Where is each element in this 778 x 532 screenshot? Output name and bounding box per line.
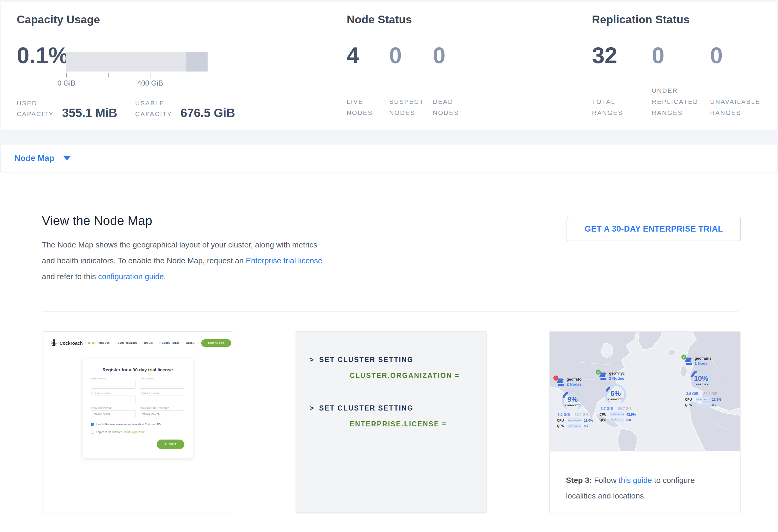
total-ranges-count: 32 bbox=[592, 44, 617, 67]
download-button[interactable]: DOWNLOAD bbox=[201, 339, 231, 347]
ams-healthy-badge bbox=[681, 355, 687, 360]
project-phase-label: PROJECT PHASE bbox=[91, 407, 136, 409]
used-capacity-value: 355.1 MiB bbox=[62, 106, 117, 120]
view-selector-bar: Node Map bbox=[1, 145, 777, 172]
replication-status-section: Replication Status 32 0 0 TOTALRANGES UN… bbox=[592, 1, 771, 130]
enterprise-trial-license-link[interactable]: Enterprise trial license bbox=[246, 256, 322, 265]
cockroach-labs-logo: Cockroach LABS bbox=[51, 339, 95, 347]
email-updates-checkbox[interactable] bbox=[91, 423, 94, 426]
unavailable-ranges-label: UNAVAILABLERANGES bbox=[710, 96, 760, 118]
dead-nodes-label: DEADNODES bbox=[433, 96, 459, 118]
company-email-field[interactable] bbox=[140, 395, 184, 403]
trial-license-form: Register for a 30-day trial license FIRS… bbox=[83, 359, 192, 458]
configuration-guide-link[interactable]: configuration guide bbox=[98, 272, 164, 281]
company-name-field[interactable] bbox=[91, 395, 136, 403]
step1-card: Cockroach LABS PRODUCT CUSTOMERS DOCS RE… bbox=[42, 331, 233, 514]
node-map-placeholder-page: View the Node Map The Node Map shows the… bbox=[0, 172, 778, 532]
suspect-nodes-label: SUSPECTNODES bbox=[389, 96, 424, 118]
steps-cards: Cockroach LABS PRODUCT CUSTOMERS DOCS RE… bbox=[42, 331, 778, 514]
ams-node-count[interactable]: 1 Node bbox=[695, 361, 712, 366]
step3-caption: Step 3: Follow this guide to configure l… bbox=[550, 452, 740, 513]
node-status-section: Node Status 4 0 0 LIVENODES SUSPECTNODES… bbox=[347, 1, 574, 130]
mini-site-header: Cockroach LABS PRODUCT CUSTOMERS DOCS RE… bbox=[43, 332, 233, 347]
first-name-label: FIRST NAME bbox=[91, 378, 136, 380]
sql-command-1-arg: CLUSTER.ORGANIZATION = bbox=[310, 372, 486, 380]
email-updates-label: I would like to receive email updates ab… bbox=[96, 423, 161, 426]
dead-nodes-count: 0 bbox=[433, 44, 445, 67]
nav-product[interactable]: PRODUCT bbox=[95, 341, 111, 345]
database-nodes-icon bbox=[600, 373, 607, 380]
project-phase-select[interactable]: Please Select bbox=[91, 410, 136, 418]
database-nodes-icon bbox=[557, 379, 564, 386]
nyc-capacity-donut: 6% CAPACITY bbox=[604, 383, 627, 406]
node-map-dropdown-label: Node Map bbox=[14, 153, 55, 163]
live-nodes-count: 4 bbox=[347, 44, 359, 67]
company-name-label: COMPANY NAME bbox=[91, 392, 136, 394]
cpu-sparkline bbox=[568, 418, 581, 422]
total-ranges-label: TOTALRANGES bbox=[592, 96, 623, 118]
nav-resources[interactable]: RESOURCES bbox=[159, 341, 179, 345]
capacity-tick-label-400: 400 GiB bbox=[137, 79, 163, 87]
page-description: The Node Map shows the geographical layo… bbox=[42, 237, 326, 285]
nav-docs[interactable]: DOCS bbox=[144, 341, 153, 345]
locality-ams[interactable]: geo=ams 1 Node 10% CAPACITY bbox=[685, 356, 730, 407]
check-icon bbox=[91, 424, 94, 427]
sfo-name: geo=sfo bbox=[566, 377, 582, 382]
step2-card: >SET CLUSTER SETTING CLUSTER.ORGANIZATIO… bbox=[296, 331, 487, 514]
capacity-bar bbox=[66, 52, 208, 72]
check-icon bbox=[597, 371, 600, 373]
sql-command-1: >SET CLUSTER SETTING bbox=[310, 356, 486, 364]
ams-capacity-donut: 10% CAPACITY bbox=[690, 368, 712, 391]
nyc-name: geo=nyc bbox=[609, 371, 625, 376]
capacity-meter: 0 GiB 400 GiB bbox=[66, 52, 208, 88]
nav-customers[interactable]: CUSTOMERS bbox=[118, 341, 137, 345]
reason-for-interest-select[interactable]: Please Select bbox=[140, 410, 184, 418]
sfo-error-badge: 1 bbox=[553, 376, 558, 381]
qps-sparkline bbox=[568, 424, 581, 428]
node-status-title: Node Status bbox=[347, 13, 412, 26]
used-capacity-metric: USED CAPACITY 355.1 MiB bbox=[17, 98, 117, 120]
nav-blog[interactable]: BLOG bbox=[186, 341, 195, 345]
live-nodes-label: LIVENODES bbox=[347, 96, 373, 118]
ams-name: geo=ams bbox=[695, 356, 712, 361]
qps-sparkline bbox=[696, 403, 709, 407]
under-replicated-ranges-count: 0 bbox=[652, 44, 664, 67]
enterprise-trial-button[interactable]: GET A 30-DAY ENTERPRISE TRIAL bbox=[566, 217, 741, 241]
form-title: Register for a 30-day trial license bbox=[91, 367, 184, 372]
mini-site-nav: PRODUCT CUSTOMERS DOCS RESOURCES BLOG DO… bbox=[95, 339, 231, 347]
unavailable-ranges-count: 0 bbox=[710, 44, 723, 67]
locality-nyc[interactable]: geo=nyc 2 Nodes 6% CAPACITY bbox=[600, 371, 644, 422]
capacity-percent: 0.1% bbox=[17, 44, 69, 67]
nyc-node-count[interactable]: 2 Nodes bbox=[609, 376, 625, 381]
this-guide-link[interactable]: this guide bbox=[619, 476, 652, 485]
sfo-capacity-donut: 9% CAPACITY bbox=[561, 389, 584, 412]
node-map-dropdown[interactable]: Node Map bbox=[14, 153, 71, 163]
step2-caption: Step 2: Activate the trial license with … bbox=[296, 513, 486, 514]
under-replicated-ranges-label: UNDER- REPLICATED RANGES bbox=[652, 85, 698, 118]
qps-sparkline bbox=[610, 418, 624, 422]
capacity-usage-title: Capacity Usage bbox=[17, 13, 100, 26]
step3-card: 1 geo=sfo 2 Nodes bbox=[549, 331, 741, 514]
reason-for-interest-label: REASON FOR INTEREST bbox=[140, 407, 184, 409]
suspect-nodes-count: 0 bbox=[389, 44, 402, 67]
license-agreement-label: I agree to the Software License Agreemen… bbox=[96, 431, 145, 434]
usable-capacity-metric: USABLE CAPACITY 676.5 GiB bbox=[135, 98, 235, 120]
sql-command-2: >SET CLUSTER SETTING bbox=[310, 404, 486, 412]
sql-command-2-arg: ENTERPRISE.LICENSE = bbox=[310, 420, 486, 428]
check-icon bbox=[683, 356, 685, 359]
last-name-label: LAST NAME bbox=[140, 378, 184, 380]
capacity-tick-label-0: 0 GiB bbox=[58, 79, 75, 87]
section-divider bbox=[42, 311, 738, 312]
replication-status-title: Replication Status bbox=[592, 13, 690, 26]
sfo-node-count[interactable]: 2 Nodes bbox=[566, 382, 582, 387]
license-agreement-checkbox[interactable] bbox=[91, 431, 94, 434]
last-name-field[interactable] bbox=[140, 381, 184, 389]
step1-caption: Step 1: Get a trial license delivered st… bbox=[43, 513, 233, 514]
software-license-agreement-link[interactable]: Software License Agreement. bbox=[112, 431, 145, 434]
locality-sfo[interactable]: 1 geo=sfo 2 Nodes bbox=[557, 377, 602, 428]
chevron-down-icon bbox=[63, 156, 71, 160]
cluster-summary-panel: Capacity Usage 0.1% 0 GiB 400 GiB USED C… bbox=[1, 1, 777, 131]
submit-button[interactable]: SUBMIT bbox=[157, 440, 184, 449]
first-name-field[interactable] bbox=[91, 381, 136, 389]
usable-capacity-value: 676.5 GiB bbox=[180, 106, 235, 120]
